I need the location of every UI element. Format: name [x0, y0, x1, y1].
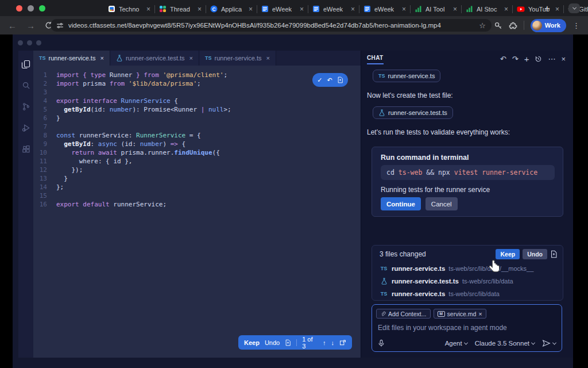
editor-tab[interactable]: runner-service.test.ts × — [110, 51, 199, 66]
run-debug-icon[interactable] — [18, 117, 33, 139]
new-chat-icon[interactable]: + — [524, 54, 529, 64]
history-icon[interactable] — [535, 55, 542, 63]
beaker-icon — [380, 278, 388, 285]
changed-file-row[interactable]: TSrunner-service.tsts-web/src/lib/data/_… — [372, 262, 563, 275]
chevron-down-icon — [572, 6, 576, 10]
chat-tab[interactable]: CHAT — [367, 55, 384, 64]
cancel-button[interactable]: Cancel — [425, 197, 458, 210]
browser-tab[interactable]: eWeek× — [359, 2, 410, 16]
browser-tabstrip: Techno×Thread×CApplica×eWeek×eWeek×eWeek… — [0, 0, 588, 16]
explorer-icon[interactable] — [18, 53, 33, 75]
card-title: Run command in terminal — [381, 154, 469, 162]
code-editor[interactable]: 1import { type Runner } from '@prisma/cl… — [33, 66, 361, 358]
zoom-window-button[interactable] — [39, 5, 45, 12]
profile-chip[interactable]: Work — [531, 19, 566, 32]
code-line: 4export interface RunnerService { — [33, 97, 361, 105]
site-info-icon[interactable] — [56, 22, 64, 29]
browser-menu-icon[interactable]: ⋮ — [572, 21, 580, 30]
changed-file-row[interactable]: runner-service.test.tsts-web/src/lib/dat… — [372, 275, 563, 288]
editor-tab[interactable]: TS runner-service.ts × — [33, 51, 110, 66]
code-line: 6} — [33, 114, 361, 122]
tab-close-icon[interactable]: × — [249, 5, 253, 13]
file-icon[interactable] — [285, 339, 291, 346]
tab-close-icon[interactable]: × — [100, 55, 103, 62]
send-button[interactable] — [542, 339, 556, 347]
tab-close-icon[interactable]: × — [146, 5, 150, 13]
code-line: 3 — [33, 88, 361, 97]
tab-close-icon[interactable]: × — [198, 5, 202, 13]
browser-tab[interactable]: AI Stoc× — [462, 2, 512, 16]
model-dropdown[interactable]: Claude 3.5 Sonnet — [475, 340, 535, 347]
bookmark-star-icon[interactable]: ☆ — [479, 21, 486, 30]
tab-close-icon[interactable]: × — [266, 55, 269, 62]
editor-tab[interactable]: TS runner-service.ts × — [199, 51, 276, 66]
window-controls — [16, 5, 45, 12]
browser-tab[interactable]: YouTub× — [513, 2, 563, 16]
next-diff-icon[interactable]: ↓ — [331, 339, 335, 346]
doc-blue-icon — [363, 5, 371, 13]
extensions-view-icon[interactable] — [18, 139, 33, 160]
redo-icon[interactable]: ↷ — [512, 55, 519, 63]
tab-close-icon[interactable]: × — [504, 5, 508, 13]
view-diff-icon[interactable] — [550, 250, 558, 258]
microphone-icon[interactable] — [378, 339, 385, 347]
doc-green-icon — [108, 5, 115, 13]
forward-button[interactable]: → — [26, 21, 35, 30]
undo-arrow-icon[interactable]: ↶ — [327, 76, 332, 84]
keep-all-button[interactable]: Keep — [496, 249, 520, 259]
accept-check-icon[interactable]: ✓ — [317, 76, 322, 84]
extensions-icon[interactable] — [509, 21, 517, 30]
tab-close-icon[interactable]: × — [189, 55, 193, 62]
close-window-button[interactable] — [16, 5, 22, 12]
keep-button[interactable]: Keep — [244, 339, 260, 346]
tab-close-icon[interactable]: × — [351, 5, 355, 13]
tab-search-button[interactable] — [568, 3, 580, 13]
minimize-window-button[interactable] — [28, 5, 34, 12]
file-chip[interactable]: TS runner-service.ts — [373, 70, 440, 82]
mock-window-dot — [36, 40, 41, 45]
browser-tab[interactable]: Techno× — [104, 2, 154, 16]
undo-button[interactable]: Undo — [265, 339, 280, 346]
browser-tab[interactable]: AI Tool× — [411, 2, 461, 16]
remove-attachment-icon[interactable]: × — [478, 310, 482, 317]
file-icon[interactable] — [337, 76, 343, 83]
chat-input-placeholder[interactable]: Edit files in your workspace in agent mo… — [378, 324, 507, 332]
tab-close-icon[interactable]: × — [453, 5, 457, 13]
beaker-icon — [116, 55, 123, 62]
mode-dropdown[interactable]: Agent — [445, 340, 467, 347]
ts-file-icon: TS — [39, 55, 46, 61]
files-changed-summary: 3 files changed — [380, 250, 426, 258]
password-manager-icon[interactable] — [494, 21, 502, 30]
source-control-icon[interactable] — [18, 96, 33, 117]
search-icon[interactable] — [18, 75, 33, 96]
new-tab-button[interactable]: + — [544, 2, 550, 15]
open-file-icon[interactable] — [339, 339, 346, 346]
browser-toolbar: ← → videos.ctfassets.net/8aevphvgewt8/5R… — [0, 16, 588, 34]
add-context-button[interactable]: Add Context... — [376, 309, 431, 319]
undo-all-button[interactable]: Undo — [523, 249, 547, 259]
address-bar[interactable]: videos.ctfassets.net/8aevphvgewt8/5R57iy… — [51, 19, 492, 32]
close-icon[interactable]: × — [561, 55, 566, 63]
diff-counter: 1 of 3 — [302, 336, 318, 350]
browser-tab[interactable]: eWeek× — [308, 2, 359, 16]
browser-tab[interactable]: Thread× — [155, 2, 206, 16]
tab-close-icon[interactable]: × — [402, 5, 406, 13]
undo-icon[interactable]: ↶ — [500, 55, 506, 63]
continue-button[interactable]: Continue — [381, 197, 421, 210]
tab-close-icon[interactable]: × — [300, 5, 304, 13]
file-chip[interactable]: runner-service.test.ts — [373, 106, 453, 119]
more-icon[interactable]: ⋯ — [548, 55, 555, 63]
back-button[interactable]: ← — [8, 21, 17, 30]
mouse-cursor — [488, 259, 502, 277]
terminal-command-card: Run command in terminal cd ts-web && npx… — [372, 147, 563, 217]
attachment-chip[interactable]: M service.md × — [434, 309, 486, 319]
video-player[interactable]: TS runner-service.ts × runner-service.te… — [13, 34, 573, 368]
tab-close-icon[interactable]: × — [555, 5, 559, 13]
chat-input-box[interactable]: Add Context... M service.md × Edit files… — [372, 304, 562, 352]
doc-blue-icon — [312, 5, 320, 13]
previous-diff-icon[interactable]: ↑ — [323, 339, 326, 346]
code-line: 8const runnerService: RunnerService = { — [33, 131, 361, 140]
changed-file-row[interactable]: TSrunner-service.tsts-web/src/lib/data — [372, 288, 563, 300]
browser-tab[interactable]: CApplica× — [206, 2, 257, 16]
browser-tab[interactable]: eWeek× — [257, 2, 308, 16]
